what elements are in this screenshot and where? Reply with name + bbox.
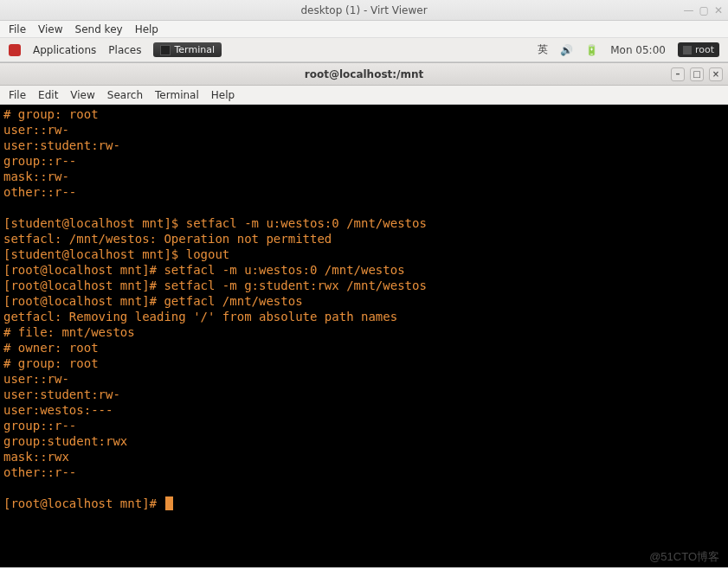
virt-viewer-menubar: File View Send key Help	[0, 21, 728, 38]
virt-menu-sendkey[interactable]: Send key	[75, 23, 123, 35]
volume-icon[interactable]: 🔊	[560, 44, 573, 56]
terminal-cursor	[165, 496, 173, 510]
minimize-icon[interactable]: —	[684, 4, 694, 16]
close-icon[interactable]: ✕	[714, 4, 723, 16]
gnome-panel-right: 英 🔊 🔋 Mon 05:00 root	[538, 42, 719, 57]
user-icon	[683, 46, 692, 54]
terminal-titlebar: root@localhost:/mnt – □ ×	[0, 63, 728, 86]
taskbar-terminal[interactable]: Terminal	[153, 42, 222, 57]
term-menu-edit[interactable]: Edit	[38, 89, 58, 101]
ime-indicator[interactable]: 英	[538, 42, 548, 57]
term-menu-terminal[interactable]: Terminal	[155, 89, 199, 101]
clock[interactable]: Mon 05:00	[610, 44, 666, 56]
terminal-window: root@localhost:/mnt – □ × File Edit View…	[0, 62, 728, 567]
virt-viewer-title: desktop (1) - Virt Viewer	[300, 4, 427, 16]
term-menu-search[interactable]: Search	[107, 89, 143, 101]
term-menu-help[interactable]: Help	[211, 89, 235, 101]
taskbar-terminal-label: Terminal	[174, 44, 215, 55]
virt-viewer-titlebar: desktop (1) - Virt Viewer — ▢ ✕	[0, 0, 728, 21]
virt-menu-help[interactable]: Help	[135, 23, 158, 35]
user-menu[interactable]: root	[678, 42, 719, 57]
gnome-panel-left: Applications Places Terminal	[9, 42, 222, 57]
terminal-minimize-icon[interactable]: –	[671, 67, 685, 81]
watermark: @51CTO博客	[649, 549, 719, 565]
terminal-icon	[160, 45, 171, 55]
battery-icon[interactable]: 🔋	[585, 44, 598, 56]
terminal-maximize-icon[interactable]: □	[690, 67, 704, 81]
term-menu-view[interactable]: View	[70, 89, 94, 101]
activities-icon[interactable]	[9, 44, 21, 56]
maximize-icon[interactable]: ▢	[699, 4, 709, 16]
user-label: root	[695, 44, 714, 55]
terminal-window-buttons: – □ ×	[671, 63, 723, 85]
terminal-title: root@localhost:/mnt	[305, 68, 423, 80]
term-menu-file[interactable]: File	[9, 89, 26, 101]
terminal-close-icon[interactable]: ×	[709, 67, 723, 81]
virt-window-buttons: — ▢ ✕	[684, 0, 723, 20]
gnome-top-panel: Applications Places Terminal 英 🔊 🔋 Mon 0…	[0, 38, 728, 62]
virt-menu-file[interactable]: File	[9, 23, 26, 35]
virt-menu-view[interactable]: View	[38, 23, 62, 35]
menu-places[interactable]: Places	[108, 44, 141, 56]
terminal-menubar: File Edit View Search Terminal Help	[0, 86, 728, 105]
terminal-body[interactable]: # group: root user::rw- user:student:rw-…	[0, 105, 728, 567]
menu-applications[interactable]: Applications	[33, 44, 96, 56]
